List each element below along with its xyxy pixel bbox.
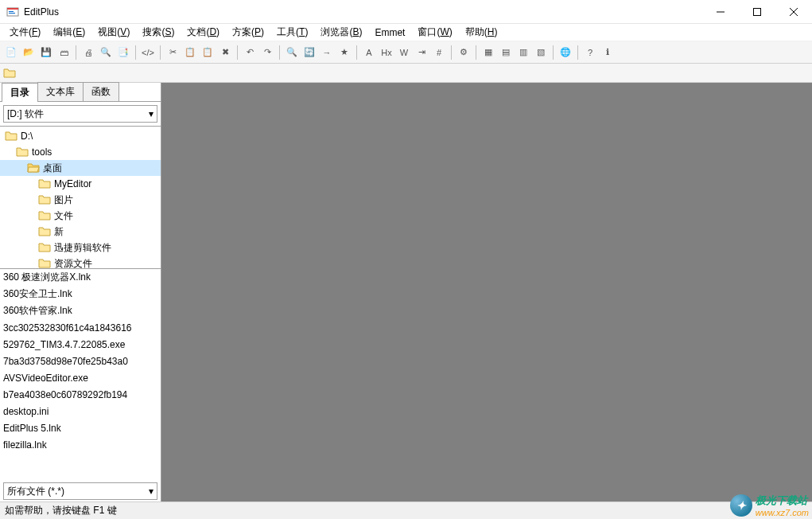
print-button[interactable]: 🖨 xyxy=(80,45,96,60)
tree-item[interactable]: D:\ xyxy=(0,128,161,144)
status-text: 如需帮助，请按键盘 F1 键 xyxy=(5,504,117,517)
settings-button[interactable]: ⚙ xyxy=(456,45,472,60)
toolbar-separator xyxy=(279,45,280,60)
tree-item-label: 新 xyxy=(54,225,64,239)
font-size-button[interactable]: A xyxy=(361,45,377,60)
paste-button[interactable]: 📋 xyxy=(200,45,216,60)
save-all-button[interactable]: 🗃 xyxy=(56,45,72,60)
statusbar: 如需帮助，请按键盘 F1 键 xyxy=(0,501,812,519)
drive-selector[interactable]: [D:] 软件 ▾ xyxy=(3,105,157,123)
delete-button[interactable]: ✖ xyxy=(217,45,233,60)
window-list-button[interactable]: ▦ xyxy=(480,45,496,60)
file-list-item[interactable]: 360软件管家.lnk xyxy=(0,302,161,319)
tree-item[interactable]: 图片 xyxy=(0,192,161,208)
file-list-item[interactable]: 360 极速浏览器X.lnk xyxy=(0,269,161,286)
tree-item-label: MyEditor xyxy=(54,178,91,189)
tree-item[interactable]: 迅捷剪辑软件 xyxy=(0,240,161,256)
window-title: EditPlus xyxy=(24,6,702,18)
goto-button[interactable]: → xyxy=(319,45,335,60)
line-number-button[interactable]: # xyxy=(431,45,447,60)
indent-button[interactable]: ⇥ xyxy=(414,45,429,60)
editor-area xyxy=(161,83,812,501)
about-button[interactable]: ℹ xyxy=(600,45,616,60)
open-file-button[interactable]: 📂 xyxy=(21,45,37,60)
save-file-button[interactable]: 💾 xyxy=(38,45,54,60)
svg-rect-3 xyxy=(9,13,15,14)
tree-item[interactable]: tools xyxy=(0,144,161,160)
cascade-button[interactable]: ▧ xyxy=(533,45,549,60)
sidebar: 目录文本库函数 [D:] 软件 ▾ D:\tools桌面MyEditor图片文件… xyxy=(0,83,161,501)
menu-item-W[interactable]: 窗口(W) xyxy=(411,24,458,41)
minimize-button[interactable] xyxy=(702,0,739,23)
tile-h-button[interactable]: ▤ xyxy=(498,45,514,60)
sidebar-tab-0[interactable]: 目录 xyxy=(2,83,38,102)
menu-item-F[interactable]: 文件(F) xyxy=(3,24,47,41)
page-setup-button[interactable]: 📑 xyxy=(115,45,131,60)
menu-item-D[interactable]: 文档(D) xyxy=(181,24,226,41)
word-wrap-button[interactable]: W xyxy=(396,45,412,60)
watermark: ✦ 极光下载站 www.xz7.com xyxy=(730,494,809,517)
menu-item-E[interactable]: 编辑(E) xyxy=(47,24,91,41)
file-list-item[interactable]: 3cc302532830f61c4a1843616 xyxy=(0,319,161,336)
svg-rect-5 xyxy=(754,8,761,15)
menu-item-H[interactable]: 帮助(H) xyxy=(459,24,504,41)
menu-item-8[interactable]: Emmet xyxy=(368,25,411,40)
titlebar: EditPlus xyxy=(0,0,812,24)
maximize-button[interactable] xyxy=(739,0,775,23)
toolbar-separator xyxy=(76,45,76,60)
watermark-url: www.xz7.com xyxy=(756,508,809,517)
file-list-item[interactable]: 529762_TIM3.4.7.22085.exe xyxy=(0,336,161,353)
tree-item[interactable]: 文件 xyxy=(0,208,161,224)
folder-icon xyxy=(3,67,16,80)
tree-item-label: 桌面 xyxy=(43,162,62,175)
file-list-item[interactable]: 360安全卫士.lnk xyxy=(0,286,161,302)
find-button[interactable]: 🔍 xyxy=(284,45,300,60)
find-replace-button[interactable]: 🔄 xyxy=(301,45,317,60)
tree-item-label: 资源文件 xyxy=(54,257,92,270)
svg-rect-1 xyxy=(7,8,18,10)
bookmark-button[interactable]: ★ xyxy=(336,45,352,60)
file-list-item[interactable]: b7ea4038e0c60789292fb194 xyxy=(0,386,161,403)
sidebar-tabs: 目录文本库函数 xyxy=(0,83,161,102)
heading-button[interactable]: Hx xyxy=(379,45,394,60)
file-list-item[interactable]: desktop.ini xyxy=(0,403,161,419)
toolbar-separator xyxy=(135,45,136,60)
sidebar-tab-1[interactable]: 文本库 xyxy=(37,82,84,101)
file-filter[interactable]: 所有文件 (*.*) ▾ xyxy=(3,482,157,500)
help-button[interactable]: ? xyxy=(582,45,598,60)
undo-button[interactable]: ↶ xyxy=(242,45,258,60)
cut-button[interactable]: ✂ xyxy=(165,45,181,60)
file-list-item[interactable]: 7ba3d3758d98e70fe25b43a0 xyxy=(0,353,161,369)
menu-item-T[interactable]: 工具(T) xyxy=(270,24,314,41)
folder-tree[interactable]: D:\tools桌面MyEditor图片文件新迅捷剪辑软件资源文件 xyxy=(0,126,161,269)
print-preview-button[interactable]: 🔍 xyxy=(98,45,114,60)
pathbar xyxy=(0,64,812,83)
close-button[interactable] xyxy=(775,0,812,23)
app-icon xyxy=(6,6,19,18)
menu-item-S[interactable]: 搜索(S) xyxy=(136,24,181,41)
tree-item[interactable]: 新 xyxy=(0,224,161,240)
file-list-item[interactable]: filezilla.lnk xyxy=(0,436,161,453)
html-toolbar-button[interactable]: </> xyxy=(140,45,156,60)
menu-item-B[interactable]: 浏览器(B) xyxy=(314,24,368,41)
menu-item-P[interactable]: 方案(P) xyxy=(226,24,270,41)
chevron-down-icon: ▾ xyxy=(149,108,153,119)
copy-button[interactable]: 📋 xyxy=(182,45,198,60)
file-list-item[interactable]: AVSVideoEditor.exe xyxy=(0,369,161,386)
tree-item[interactable]: 资源文件 xyxy=(0,256,161,269)
toolbar: 📄📂💾🗃🖨🔍📑</>✂📋📋✖↶↷🔍🔄→★AHxW⇥#⚙▦▤▥▧🌐?ℹ xyxy=(0,41,812,64)
new-file-button[interactable]: 📄 xyxy=(3,45,19,60)
tree-item[interactable]: 桌面 xyxy=(0,160,161,176)
toolbar-separator xyxy=(553,45,554,60)
tree-item[interactable]: MyEditor xyxy=(0,176,161,192)
redo-button[interactable]: ↷ xyxy=(259,45,275,60)
browser-button[interactable]: 🌐 xyxy=(558,45,573,60)
file-list-item[interactable]: EditPlus 5.lnk xyxy=(0,419,161,436)
svg-rect-2 xyxy=(9,11,14,12)
toolbar-separator xyxy=(451,45,452,60)
window-controls xyxy=(702,0,812,23)
file-list[interactable]: 360 极速浏览器X.lnk360安全卫士.lnk360软件管家.lnk3cc3… xyxy=(0,269,161,481)
tile-v-button[interactable]: ▥ xyxy=(515,45,531,60)
sidebar-tab-2[interactable]: 函数 xyxy=(83,82,119,101)
menu-item-V[interactable]: 视图(V) xyxy=(91,24,136,41)
